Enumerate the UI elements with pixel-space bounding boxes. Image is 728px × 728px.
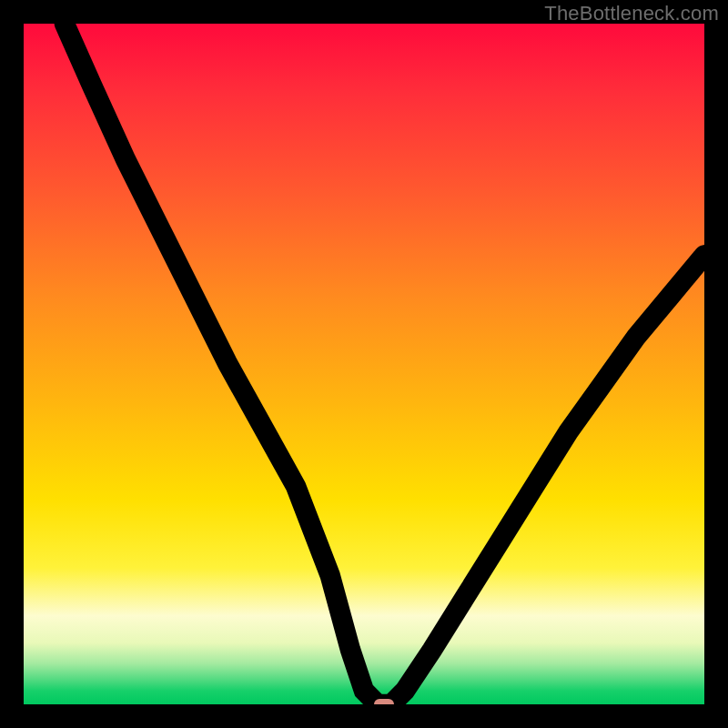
optimum-marker (374, 699, 394, 704)
plot-area (24, 24, 704, 704)
chart-container: TheBottleneck.com (0, 0, 728, 728)
watermark-text: TheBottleneck.com (544, 2, 719, 25)
bottleneck-curve (24, 24, 704, 704)
